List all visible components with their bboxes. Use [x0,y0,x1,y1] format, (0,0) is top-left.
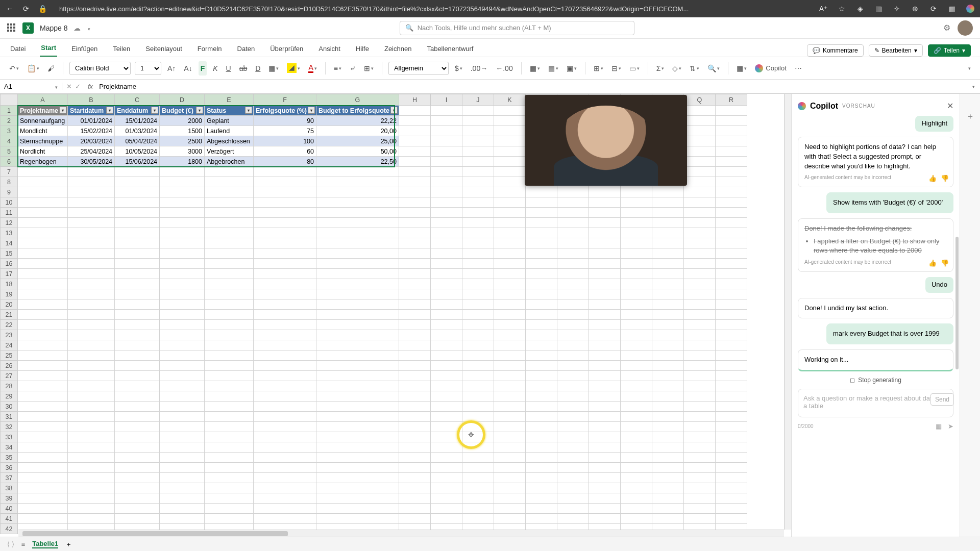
table-row[interactable]: 22 [1,320,747,330]
teilen-button[interactable]: 🔗 Teilen ▾ [928,44,971,57]
table-row[interactable]: 19 [1,289,747,299]
add-sheet-button[interactable]: ＋ [65,540,72,549]
fx-label[interactable]: fx [85,83,96,90]
table-row[interactable]: 13 [1,228,747,238]
number-format-select[interactable]: Allgemein [388,62,449,75]
header-budget-erfolg[interactable]: Budget to Erfolgsquote [316,106,399,116]
table-row[interactable]: 15 [1,248,747,259]
header-startdatum[interactable]: Startdatum [68,106,115,116]
accept-formula-icon[interactable]: ✓ [75,83,81,90]
tab-seitenlayout[interactable]: Seitenlayout [144,45,183,57]
col-header-C[interactable]: C [115,94,160,106]
table-row[interactable]: 24 [1,340,747,350]
header-budget[interactable]: Budget (€) [160,106,205,116]
more-options-button[interactable]: ⋯ [793,61,804,76]
thumbs-down-icon[interactable]: 👎 [941,259,949,268]
col-header-A[interactable]: A [18,94,68,106]
submit-icon[interactable]: ➤ [948,422,953,430]
filter-icon[interactable] [106,107,113,114]
header-status[interactable]: Status [205,106,254,116]
italic-button[interactable]: K [211,61,219,76]
undo-chip[interactable]: Undo [925,277,953,293]
doc-menu-chevron-icon[interactable] [87,24,90,32]
horizontal-scrollbar[interactable] [18,530,784,537]
thumbs-down-icon[interactable]: 👎 [941,174,949,184]
delete-cells-button[interactable]: ⊟ [609,61,623,76]
thumbs-up-icon[interactable]: 👍 [928,259,937,268]
find-button[interactable]: 🔍 [705,61,722,76]
font-family-select[interactable]: Calibri Bold [69,62,131,75]
chip-highlight[interactable]: Highlight [915,116,953,132]
table-row[interactable]: 28 [1,381,747,391]
app-launcher-icon[interactable] [7,23,16,33]
name-box[interactable]: A1 [0,83,62,90]
table-row[interactable]: 17 [1,269,747,279]
table-row[interactable]: 39 [1,493,747,504]
favorite-icon[interactable]: ☆ [837,4,846,13]
performance-icon[interactable]: ⟳ [929,4,938,13]
table-row[interactable]: 20 [1,299,747,310]
bold-button[interactable]: F [199,61,207,76]
col-header-I[interactable]: I [430,94,462,106]
autosum-button[interactable]: Σ [654,61,667,76]
browser-copilot-icon[interactable] [966,4,975,13]
col-header-R[interactable]: R [715,94,747,106]
table-row[interactable]: 12 [1,218,747,228]
insert-cells-button[interactable]: ⊞ [592,61,605,76]
decrease-decimal-button[interactable]: ←.00 [494,61,514,76]
table-row[interactable]: 11 [1,208,747,218]
filter-icon[interactable] [196,107,203,114]
tab-ansicht[interactable]: Ansicht [317,45,341,57]
bearbeiten-button[interactable]: ✎ Bearbeiten ▾ [869,44,923,57]
back-icon[interactable]: ← [5,4,14,13]
table-row[interactable]: 40 [1,504,747,514]
filter-icon[interactable] [151,107,158,114]
tab-teilen[interactable]: Teilen [112,45,131,57]
col-header-J[interactable]: J [462,94,494,106]
table-row[interactable]: 9 [1,187,747,197]
tab-zeichnen[interactable]: Zeichnen [383,45,412,57]
table-row[interactable]: 25 [1,350,747,361]
col-header-D[interactable]: D [160,94,205,106]
tab-start[interactable]: Start [40,44,57,57]
extensions-icon[interactable]: ⊕ [911,4,920,13]
decrease-font-button[interactable]: A↓ [182,61,194,76]
align-button[interactable]: ≡ [332,61,344,76]
strike-button[interactable]: ab [237,61,250,76]
fill-color-button[interactable]: ◢ [285,61,302,76]
table-row[interactable]: 18 [1,279,747,289]
settings-icon[interactable]: ⚙ [943,23,950,33]
sheet-area[interactable]: A B C D E F G H I J K L M N O P Q R 1 [0,94,791,537]
increase-font-button[interactable]: A↑ [165,61,178,76]
col-header-E[interactable]: E [205,94,254,106]
currency-button[interactable]: $ [453,61,464,76]
table-row[interactable]: 33 [1,432,747,442]
attach-icon[interactable]: ▦ [936,422,942,430]
sheet-list-icon[interactable]: ≡ [21,540,26,548]
stop-generating-button[interactable]: ◻Stop generating [798,377,953,384]
filter-icon[interactable] [59,107,66,114]
paste-button[interactable]: 📋 [25,61,41,76]
thumbs-up-icon[interactable]: 👍 [928,174,937,184]
sort-filter-button[interactable]: ⇅ [688,61,701,76]
sheet-nav-icon[interactable]: ⟨ ⟩ [7,540,14,548]
tab-datei[interactable]: Datei [9,45,27,57]
cond-format-button[interactable]: ▦ [528,61,542,76]
filter-icon[interactable] [390,107,398,114]
tab-hilfe[interactable]: Hilfe [355,45,370,57]
collections-icon[interactable]: ✧ [892,4,901,13]
copilot-scrollbar[interactable] [955,237,959,369]
table-row[interactable]: 26 [1,361,747,371]
cell-styles-button[interactable]: ▣ [565,61,579,76]
header-projektname[interactable]: Projektname [18,106,68,116]
col-header-F[interactable]: F [254,94,316,106]
table-row[interactable]: 36 [1,463,747,473]
undo-button[interactable]: ↶ [7,61,21,76]
table-row[interactable]: 30 [1,402,747,412]
col-header-Q[interactable]: Q [683,94,715,106]
tab-ueberpruefen[interactable]: Überprüfen [269,45,304,57]
search-input[interactable]: 🔍 Nach Tools, Hilfe und mehr suchen (ALT… [400,21,634,35]
addins-button[interactable]: ▦ [734,61,749,76]
col-header-K[interactable]: K [494,94,525,106]
formula-input[interactable]: Projektname [96,83,969,90]
